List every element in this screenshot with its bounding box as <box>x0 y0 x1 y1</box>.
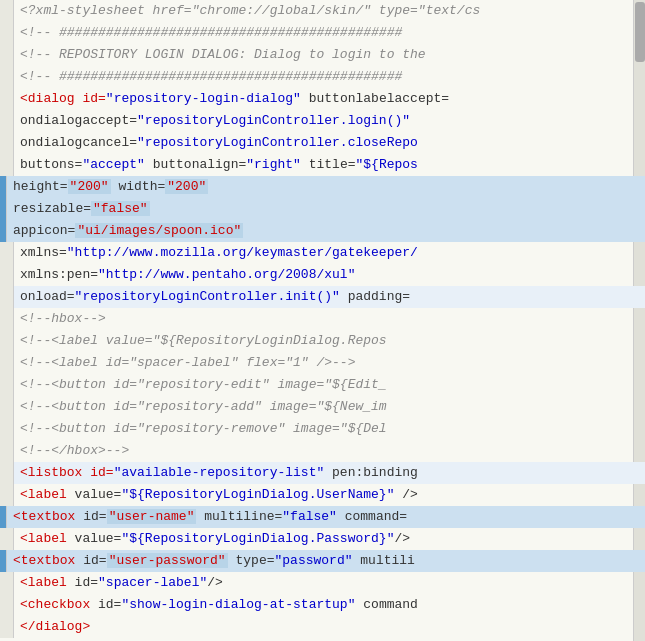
code-token: "200" <box>68 179 111 194</box>
line-gutter <box>0 242 14 264</box>
code-token: height= <box>13 179 68 194</box>
code-token: appicon= <box>13 223 75 238</box>
code-line-21: <!--</hbox>--> <box>0 440 645 462</box>
code-line-15: <!--hbox--> <box>0 308 645 330</box>
code-line-12: xmlns="http://www.mozilla.org/keymaster/… <box>0 242 645 264</box>
code-token: <?xml-stylesheet href="chrome://global/s… <box>20 3 480 18</box>
line-text: <?xml-stylesheet href="chrome://global/s… <box>14 0 645 22</box>
code-token: <dialog id= <box>20 91 106 106</box>
code-token: id= <box>75 509 106 524</box>
code-token: buttonalign= <box>145 157 246 172</box>
code-line-9: height="200" width="200" <box>0 176 645 198</box>
line-gutter <box>0 110 14 132</box>
code-token: <!--<button id="repository-add" image="$… <box>20 399 387 414</box>
line-text: xmlns:pen="http://www.pentaho.org/2008/x… <box>14 264 645 286</box>
line-text: <dialog id="repository-login-dialog" but… <box>14 88 645 110</box>
code-token: "available-repository-list" <box>114 465 325 480</box>
code-token: "repositoryLoginController.init()" <box>75 289 340 304</box>
code-token: "${Repos <box>355 157 417 172</box>
code-token: onload= <box>20 289 75 304</box>
line-text: <textbox id="user-password" type="passwo… <box>7 550 645 572</box>
line-gutter <box>0 22 14 44</box>
code-token: <!--<button id="repository-edit" image="… <box>20 377 387 392</box>
line-gutter <box>0 330 14 352</box>
line-text: <textbox id="user-name" multiline="false… <box>7 506 645 528</box>
line-gutter <box>0 286 14 308</box>
code-line-13: xmlns:pen="http://www.pentaho.org/2008/x… <box>0 264 645 286</box>
code-token: "password" <box>274 553 352 568</box>
code-token: <label <box>20 487 67 502</box>
line-gutter <box>0 66 14 88</box>
code-line-5: <dialog id="repository-login-dialog" but… <box>0 88 645 110</box>
line-text: onload="repositoryLoginController.init()… <box>14 286 645 308</box>
code-token: xmlns:pen= <box>20 267 98 282</box>
line-text: appicon="ui/images/spoon.ico" <box>7 220 645 242</box>
line-text: <!-- REPOSITORY LOGIN DIALOG: Dialog to … <box>14 44 645 66</box>
line-text: <!--</hbox>--> <box>14 440 645 462</box>
line-text: <label value="${RepositoryLoginDialog.Pa… <box>14 528 645 550</box>
line-text: ondialogaccept="repositoryLoginControlle… <box>14 110 645 132</box>
line-gutter <box>0 198 7 220</box>
code-line-6: ondialogaccept="repositoryLoginControlle… <box>0 110 645 132</box>
line-gutter <box>0 374 14 396</box>
code-editor: <?xml-stylesheet href="chrome://global/s… <box>0 0 645 641</box>
code-token: <!-- ###################################… <box>20 25 402 40</box>
line-text: xmlns="http://www.mozilla.org/keymaster/… <box>14 242 645 264</box>
code-token: <label <box>20 531 67 546</box>
code-token: "http://www.mozilla.org/keymaster/gateke… <box>67 245 418 260</box>
code-line-26: <textbox id="user-password" type="passwo… <box>0 550 645 572</box>
line-text: <!--<button id="repository-edit" image="… <box>14 374 645 396</box>
code-token: <label <box>20 575 67 590</box>
code-token: <listbox id= <box>20 465 114 480</box>
code-token: "ui/images/spoon.ico" <box>75 223 243 238</box>
code-line-7: ondialogcancel="repositoryLoginControlle… <box>0 132 645 154</box>
line-gutter <box>0 308 14 330</box>
code-line-14: onload="repositoryLoginController.init()… <box>0 286 645 308</box>
code-token: <!--</hbox>--> <box>20 443 129 458</box>
code-line-1: <?xml-stylesheet href="chrome://global/s… <box>0 0 645 22</box>
line-gutter <box>0 396 14 418</box>
code-token: <checkbox <box>20 597 90 612</box>
line-gutter <box>0 88 14 110</box>
code-line-29: </dialog> <box>0 616 645 638</box>
line-text: <checkbox id="show-login-dialog-at-start… <box>14 594 645 616</box>
code-token: <!--<label value="${RepositoryLoginDialo… <box>20 333 387 348</box>
line-text: <!-- ###################################… <box>14 22 645 44</box>
code-token: /> <box>207 575 223 590</box>
code-token: ondialogaccept= <box>20 113 137 128</box>
line-gutter <box>0 550 7 572</box>
line-gutter <box>0 0 14 22</box>
code-token: command <box>355 597 417 612</box>
code-line-18: <!--<button id="repository-edit" image="… <box>0 374 645 396</box>
line-text: ondialogcancel="repositoryLoginControlle… <box>14 132 645 154</box>
code-line-8: buttons="accept" buttonalign="right" tit… <box>0 154 645 176</box>
code-token: /> <box>394 531 410 546</box>
code-token: "accept" <box>82 157 144 172</box>
code-line-4: <!-- ###################################… <box>0 66 645 88</box>
code-token: /> <box>394 487 417 502</box>
code-token: resizable= <box>13 201 91 216</box>
code-line-3: <!-- REPOSITORY LOGIN DIALOG: Dialog to … <box>0 44 645 66</box>
code-token: "right" <box>246 157 301 172</box>
code-token: value= <box>67 531 122 546</box>
code-token: <!-- REPOSITORY LOGIN DIALOG: Dialog to … <box>20 47 426 62</box>
line-text: resizable="false" <box>7 198 645 220</box>
code-line-17: <!--<label id="spacer-label" flex="1" />… <box>0 352 645 374</box>
code-token: buttons= <box>20 157 82 172</box>
code-token: <!--<button id="repository-remove" image… <box>20 421 387 436</box>
code-token: "show-login-dialog-at-startup" <box>121 597 355 612</box>
code-token: </dialog> <box>20 619 90 634</box>
code-token: "spacer-label" <box>98 575 207 590</box>
code-token: ondialogcancel= <box>20 135 137 150</box>
code-line-20: <!--<button id="repository-remove" image… <box>0 418 645 440</box>
code-token: id= <box>90 597 121 612</box>
code-line-23: <label value="${RepositoryLoginDialog.Us… <box>0 484 645 506</box>
code-line-11: appicon="ui/images/spoon.ico" <box>0 220 645 242</box>
code-token: "user-password" <box>107 553 228 568</box>
code-line-10: resizable="false" <box>0 198 645 220</box>
code-line-19: <!--<button id="repository-add" image="$… <box>0 396 645 418</box>
code-token: "repositoryLoginController.login()" <box>137 113 410 128</box>
code-token: "repository-login-dialog" <box>106 91 301 106</box>
line-gutter <box>0 484 14 506</box>
line-gutter <box>0 594 14 616</box>
